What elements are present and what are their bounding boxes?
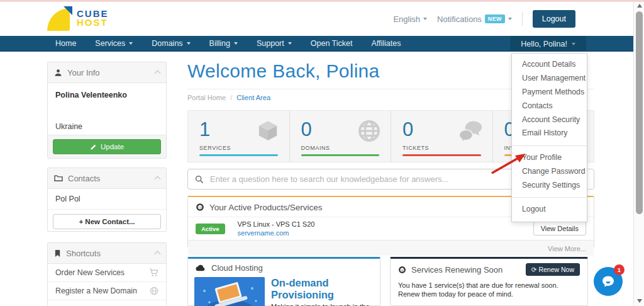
stat-underline	[301, 154, 380, 156]
cloud-icon	[196, 264, 206, 271]
stat-underline	[402, 154, 481, 156]
menu-item-contacts[interactable]: Contacts	[512, 99, 587, 113]
caret-down-icon	[572, 43, 575, 45]
search-icon	[195, 175, 204, 184]
user-dropdown-menu: Account Details User Management Payment …	[511, 53, 587, 222]
user-greeting-menu-toggle[interactable]: Hello, Polina!	[510, 36, 586, 52]
nav-item-domains[interactable]: Domains	[142, 35, 199, 51]
your-info-panel: Your Info Polina Velenteenko Ukraine Upd…	[47, 62, 167, 159]
update-info-button[interactable]: Update	[53, 139, 161, 154]
cubehost-logo[interactable]: CUBE HOST	[47, 6, 109, 31]
top-header: CUBE HOST English Notifications NEW Logo…	[0, 2, 633, 36]
client-name: Polina Velenteenko	[55, 91, 158, 99]
view-more-link[interactable]: View More...	[548, 245, 586, 252]
caret-down-icon	[423, 18, 427, 20]
scrollbar-up-arrow[interactable]	[637, 4, 642, 8]
logo-text: CUBE HOST	[77, 9, 109, 27]
logo-mark	[47, 6, 72, 31]
cloud-hosting-title: Cloud Hosting	[211, 263, 263, 273]
nav-item-affiliates[interactable]: Affiliates	[362, 35, 410, 51]
active-products-title: Your Active Products/Services	[209, 203, 524, 212]
services-renewing-panel: Services Renewing Soon ⟳ Renew Now You h…	[390, 257, 588, 306]
nav-item-billing[interactable]: Billing	[200, 35, 247, 51]
caret-down-icon	[288, 42, 292, 45]
stat-underline	[199, 154, 278, 156]
status-badge: Active	[196, 224, 225, 234]
stat-tile-domains[interactable]: 0 DOMAINS	[290, 111, 392, 162]
stat-tile-tickets[interactable]: 0 TICKETS	[391, 111, 493, 162]
folder-icon	[54, 174, 63, 182]
chat-bubble-icon	[601, 274, 616, 289]
breadcrumb-client-area[interactable]: Client Area	[236, 94, 270, 101]
caret-down-icon	[129, 42, 133, 45]
menu-item-account-security[interactable]: Account Security	[512, 113, 587, 127]
page-scrollbar	[633, 0, 644, 306]
notifications-label: Notifications	[437, 14, 482, 24]
menu-item-user-management[interactable]: User Management	[512, 72, 587, 86]
caret-down-icon	[234, 42, 238, 45]
live-chat-widget[interactable]: 1	[594, 267, 623, 296]
menu-item-your-profile[interactable]: Your Profile	[512, 151, 587, 165]
shortcuts-title: Shortcuts	[66, 249, 150, 258]
logout-button[interactable]: Logout	[533, 10, 575, 28]
client-area-page: CUBE HOST English Notifications NEW Logo…	[0, 0, 644, 306]
header-divider	[522, 12, 523, 26]
chat-unread-badge: 1	[614, 264, 625, 275]
menu-item-email-history[interactable]: Email History	[512, 127, 587, 140]
menu-divider	[512, 197, 587, 198]
chevron-up-icon[interactable]	[155, 71, 161, 77]
renew-now-button[interactable]: ⟳ Renew Now	[526, 263, 580, 276]
contacts-title: Contacts	[68, 174, 150, 183]
product-domain-link[interactable]: servername.com	[238, 229, 526, 237]
caret-down-icon	[508, 18, 512, 20]
view-details-button[interactable]: View Details	[533, 222, 586, 235]
shortcuts-header: Shortcuts	[48, 243, 166, 264]
menu-item-security-settings[interactable]: Security Settings	[512, 178, 587, 192]
cube-icon	[398, 266, 406, 274]
pencil-icon	[90, 144, 97, 150]
cube-icon	[196, 203, 204, 212]
caret-down-icon	[187, 42, 191, 45]
product-name: VPS Linux - VPS C1 S20	[238, 220, 526, 228]
page-title: Welcome Back, Polina	[187, 60, 380, 82]
scrollbar-down-arrow[interactable]	[637, 299, 642, 303]
globe-icon	[357, 118, 382, 146]
globe-icon	[150, 286, 158, 295]
menu-item-account-details[interactable]: Account Details	[512, 58, 587, 72]
bookmark-icon	[54, 249, 61, 258]
nav-item-open-ticket[interactable]: Open Ticket	[301, 35, 362, 51]
menu-item-change-password[interactable]: Change Password	[512, 164, 587, 178]
contacts-header: Contacts	[48, 168, 166, 189]
services-renewing-title: Services Renewing Soon	[411, 265, 521, 275]
nav-item-home[interactable]: Home	[46, 35, 86, 51]
your-info-title: Your Info	[67, 68, 150, 77]
contact-list-item[interactable]: Pol Pol	[48, 189, 166, 210]
breadcrumb-portal-home[interactable]: Portal Home	[187, 94, 226, 101]
breadcrumb: Portal Home / Client Area	[187, 94, 270, 101]
language-selector[interactable]: English	[393, 14, 427, 24]
shortcuts-panel: Shortcuts Order New Services Register a …	[47, 242, 167, 306]
menu-item-payment-methods[interactable]: Payment Methods	[512, 86, 587, 99]
notifications-toggle[interactable]: Notifications NEW	[437, 14, 512, 24]
cloud-hosting-description: Making it simple to launch in the cloud …	[271, 303, 374, 306]
new-contact-button[interactable]: + New Contact...	[53, 214, 161, 229]
stat-tile-services[interactable]: 1 SERVICES	[188, 111, 290, 162]
new-badge: NEW	[485, 14, 505, 23]
scrollbar-thumb[interactable]	[636, 11, 643, 214]
menu-item-logout[interactable]: Logout	[512, 203, 587, 217]
user-icon	[54, 69, 62, 77]
cloud-hosting-panel: Cloud Hosting On-demand Pro	[187, 257, 380, 306]
menu-divider	[512, 145, 587, 146]
page-top-border	[0, 0, 644, 2]
shortcut-register-domain[interactable]: Register a New Domain	[48, 282, 166, 300]
shortcut-order-new-services[interactable]: Order New Services	[48, 264, 166, 282]
renewing-message: You have 1 service(s) that are due for r…	[391, 278, 587, 301]
nav-item-services[interactable]: Services	[86, 35, 142, 51]
breadcrumb-separator: /	[230, 94, 232, 101]
chevron-up-icon[interactable]	[155, 176, 161, 183]
cloud-hosting-headline: On-demand Provisioning	[271, 277, 374, 301]
your-info-header: Your Info	[48, 62, 166, 83]
chevron-up-icon[interactable]	[155, 251, 161, 258]
shortcut-row-partial[interactable]	[48, 300, 166, 306]
nav-item-support[interactable]: Support	[247, 35, 301, 51]
